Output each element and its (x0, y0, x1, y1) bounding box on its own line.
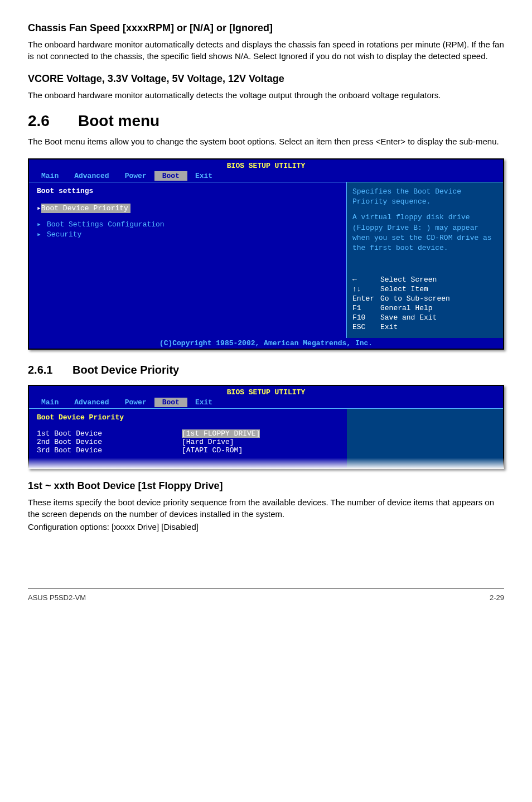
submenu-marker-icon: ▸ (37, 220, 47, 229)
second-boot-device-row[interactable]: 2nd Boot Device [Hard Drive] (37, 438, 339, 446)
security-item[interactable]: ▸Security (37, 229, 338, 239)
tab-power[interactable]: Power (117, 171, 154, 181)
tab-boot[interactable]: Boot (154, 171, 187, 181)
nav-keys: ←Select Screen ↑↓Select Item EnterGo to … (352, 276, 497, 332)
device-label: 2nd Boot Device (37, 438, 182, 446)
submenu-marker-icon: ▸ (37, 204, 41, 212)
footer-page-number: 2-29 (490, 593, 504, 602)
boot-settings-heading: Boot settings (37, 187, 338, 195)
boot-menu-heading: 2.6Boot menu (28, 112, 504, 130)
device-value: [Hard Drive] (182, 438, 234, 446)
bios-title: BIOS SETUP UTILITY (29, 386, 503, 397)
subsection-title: Boot Device Priority (72, 364, 179, 376)
help-text-2: A virtual floppy disk drive (Floppy Driv… (352, 212, 497, 253)
config-options: Configuration options: [xxxxx Drive] [Di… (28, 521, 504, 533)
vcore-heading: VCORE Voltage, 3.3V Voltage, 5V Voltage,… (28, 73, 504, 85)
bios-help-panel: Specifies the Boot Device Priority seque… (347, 182, 503, 338)
tab-main[interactable]: Main (33, 171, 66, 181)
page-footer: ASUS P5SD2-VM 2-29 (28, 588, 504, 602)
vcore-body: The onboard hardware monitor automatical… (28, 89, 504, 101)
nav-key-left: ← (352, 276, 380, 285)
tab-main[interactable]: Main (33, 398, 66, 407)
first-boot-device-heading: 1st ~ xxth Boot Device [1st Floppy Drive… (28, 480, 504, 492)
section-title: Boot menu (78, 112, 159, 129)
tab-exit[interactable]: Exit (187, 171, 220, 181)
nav-label: Select Item (380, 285, 428, 293)
bios-title: BIOS SETUP UTILITY (29, 160, 503, 170)
nav-label: Save and Exit (380, 313, 437, 322)
device-value: [ATAPI CD-ROM] (182, 446, 243, 455)
chassis-fan-heading: Chassis Fan Speed [xxxxRPM] or [N/A] or … (28, 22, 504, 34)
nav-key-updown: ↑↓ (352, 285, 380, 294)
bios-boot-device-priority-screen: BIOS SETUP UTILITY Main Advanced Power B… (28, 385, 504, 469)
first-boot-device-row[interactable]: 1st Boot Device [1st FLOPPY DRIVE] (37, 429, 339, 438)
nav-key-enter: Enter (352, 294, 380, 304)
boot-device-priority-item[interactable]: ▸Boot Device Priority (37, 203, 338, 214)
nav-label: Select Screen (380, 276, 437, 284)
bios-tabs: Main Advanced Power Boot Exit (29, 397, 503, 408)
submenu-marker-icon: ▸ (37, 230, 47, 239)
boot-menu-body: The Boot menu items allow you to change … (28, 136, 504, 147)
boot-device-priority-heading: Boot Device Priority (37, 413, 339, 422)
third-boot-device-row[interactable]: 3rd Boot Device [ATAPI CD-ROM] (37, 446, 339, 455)
chassis-fan-body: The onboard hardware monitor automatical… (28, 38, 504, 62)
bios-body: Boot Device Priority 1st Boot Device [1s… (29, 408, 503, 468)
help-text-1: Specifies the Boot Device Priority seque… (352, 187, 497, 207)
nav-label: General Help (380, 304, 433, 312)
nav-key-f10: F10 (352, 313, 380, 323)
device-label: 1st Boot Device (37, 429, 182, 438)
tab-power[interactable]: Power (117, 398, 154, 407)
tab-exit[interactable]: Exit (187, 398, 220, 407)
section-number: 2.6 (28, 112, 78, 130)
boot-settings-config-item[interactable]: ▸Boot Settings Configuration (37, 219, 338, 229)
device-value: [1st FLOPPY DRIVE] (182, 429, 260, 438)
subsection-number: 2.6.1 (28, 364, 72, 376)
bios-left-panel: Boot Device Priority 1st Boot Device [1s… (29, 408, 347, 468)
bios-help-panel (347, 408, 503, 468)
tab-boot[interactable]: Boot (154, 398, 187, 407)
nav-label: Exit (380, 323, 398, 331)
footer-product: ASUS P5SD2-VM (28, 593, 86, 602)
bios-left-panel: Boot settings ▸Boot Device Priority ▸Boo… (29, 182, 347, 338)
nav-key-f1: F1 (352, 304, 380, 313)
device-label: 3rd Boot Device (37, 446, 182, 455)
tab-advanced[interactable]: Advanced (66, 398, 117, 407)
bios-tabs: Main Advanced Power Boot Exit (29, 170, 503, 182)
nav-key-esc: ESC (352, 323, 380, 332)
tab-advanced[interactable]: Advanced (66, 171, 117, 181)
nav-label: Go to Sub-screen (380, 294, 450, 303)
first-boot-device-body: These items specify the boot device prio… (28, 496, 504, 520)
bios-body: Boot settings ▸Boot Device Priority ▸Boo… (29, 182, 503, 338)
boot-device-priority-heading: 2.6.1Boot Device Priority (28, 364, 504, 376)
bios-boot-settings-screen: BIOS SETUP UTILITY Main Advanced Power B… (28, 158, 504, 350)
bios-copyright: (C)Copyright 1985-2002, American Megatre… (29, 338, 503, 349)
